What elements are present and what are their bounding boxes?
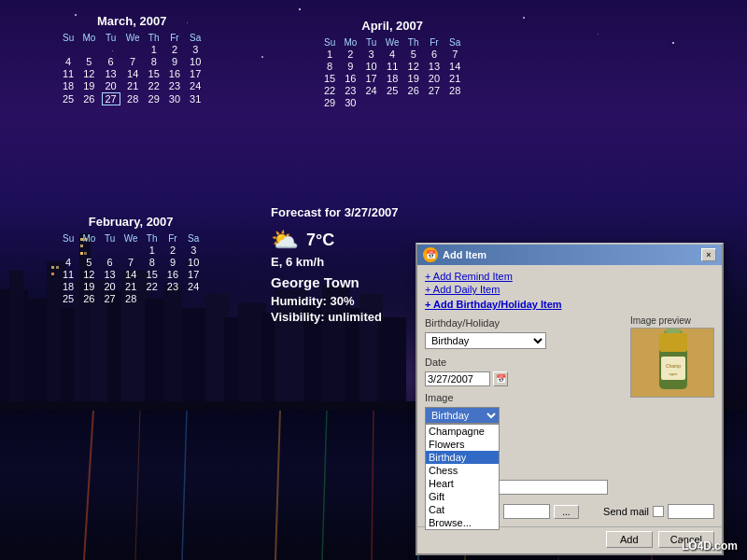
cal-day[interactable] — [446, 97, 463, 108]
cal-day[interactable]: 27 — [426, 85, 443, 96]
cal-day[interactable]: 1 — [146, 44, 162, 55]
cal-day[interactable]: 16 — [164, 269, 181, 280]
cal-day[interactable]: 30 — [342, 97, 359, 108]
cal-day[interactable]: 27 — [102, 293, 119, 304]
cal-day[interactable]: 7 — [446, 49, 463, 60]
cal-day[interactable]: 8 — [146, 56, 162, 67]
cal-day[interactable]: 25 — [60, 92, 77, 105]
cal-day[interactable]: 26 — [80, 92, 97, 105]
cal-day[interactable]: 19 — [405, 73, 422, 84]
cal-day[interactable]: 5 — [80, 56, 97, 67]
send-mail-input[interactable] — [668, 504, 714, 519]
cal-day[interactable]: 3 — [185, 245, 202, 256]
cal-day[interactable]: 17 — [363, 73, 380, 84]
cal-day[interactable] — [124, 44, 142, 55]
cal-day[interactable]: 24 — [363, 85, 380, 96]
cal-day[interactable]: 28 — [124, 92, 142, 105]
cal-day[interactable]: 25 — [384, 85, 402, 96]
cal-day[interactable]: 6 — [426, 49, 443, 60]
cal-day[interactable]: 1 — [144, 245, 161, 256]
cal-day[interactable]: 11 — [60, 68, 77, 79]
cal-day[interactable]: 4 — [60, 257, 77, 268]
cal-day[interactable]: 10 — [187, 56, 204, 67]
cal-day[interactable] — [80, 245, 97, 256]
cal-day[interactable]: 16 — [342, 73, 359, 84]
cal-day[interactable]: 20 — [426, 73, 443, 84]
cal-day[interactable]: 11 — [384, 61, 402, 72]
cal-day[interactable] — [144, 293, 161, 304]
cal-day[interactable]: 21 — [124, 80, 142, 91]
cal-day[interactable]: 24 — [185, 281, 202, 292]
cal-day[interactable]: 22 — [144, 281, 161, 292]
cal-day[interactable]: 30 — [166, 92, 183, 105]
cal-day[interactable]: 20 — [102, 281, 119, 292]
cal-day[interactable]: 31 — [187, 92, 204, 105]
cal-day[interactable]: 5 — [405, 49, 422, 60]
cal-day[interactable]: 11 — [60, 269, 77, 280]
cal-day[interactable]: 18 — [60, 80, 77, 91]
cal-day[interactable] — [384, 97, 402, 108]
cal-day[interactable]: 18 — [60, 281, 77, 292]
cal-day[interactable]: 25 — [60, 293, 77, 304]
cal-day[interactable]: 1 — [321, 49, 338, 60]
cal-day[interactable]: 7 — [124, 56, 142, 67]
img-option-birthday[interactable]: Birthday — [426, 451, 499, 464]
cal-day[interactable]: 9 — [164, 257, 181, 268]
run-program-input[interactable] — [503, 504, 550, 519]
cal-day[interactable] — [80, 44, 97, 55]
cal-day[interactable]: 19 — [80, 80, 97, 91]
cal-day[interactable]: 12 — [80, 269, 97, 280]
cal-day[interactable]: 21 — [122, 281, 140, 292]
cal-day[interactable]: 6 — [102, 257, 119, 268]
img-option-flowers[interactable]: Flowers — [426, 438, 499, 451]
cal-day[interactable]: 19 — [80, 281, 97, 292]
cal-day[interactable] — [102, 44, 120, 55]
cal-day[interactable]: 29 — [321, 97, 338, 108]
cal-day[interactable]: 4 — [384, 49, 402, 60]
image-select[interactable]: Birthday — [425, 407, 500, 424]
date-input[interactable] — [425, 371, 490, 386]
cal-day[interactable]: 21 — [446, 73, 463, 84]
cal-day[interactable]: 22 — [321, 85, 338, 96]
img-option-champagne[interactable]: Champagne — [426, 425, 499, 438]
cal-day[interactable]: 8 — [321, 61, 338, 72]
cal-day[interactable]: 8 — [144, 257, 161, 268]
add-button[interactable]: Add — [606, 531, 653, 548]
cal-day[interactable]: 13 — [102, 269, 119, 280]
cal-day[interactable]: 17 — [185, 269, 202, 280]
cal-day[interactable]: 15 — [144, 269, 161, 280]
cal-day[interactable]: 2 — [342, 49, 359, 60]
img-option-chess[interactable]: Chess — [426, 464, 499, 477]
cal-day[interactable]: 27 — [102, 92, 120, 105]
cal-day[interactable]: 23 — [342, 85, 359, 96]
cal-day[interactable]: 7 — [122, 257, 140, 268]
cal-day[interactable]: 14 — [124, 68, 142, 79]
cal-day[interactable]: 26 — [405, 85, 422, 96]
dialog-close-button[interactable]: × — [701, 248, 716, 261]
cal-day[interactable]: 18 — [384, 73, 402, 84]
cal-day[interactable]: 23 — [164, 281, 181, 292]
cal-day[interactable]: 10 — [363, 61, 380, 72]
cal-day[interactable]: 24 — [187, 80, 204, 91]
name-input[interactable] — [496, 480, 608, 495]
cal-day[interactable]: 9 — [342, 61, 359, 72]
cal-day[interactable]: 13 — [102, 68, 120, 79]
cal-day[interactable] — [426, 97, 443, 108]
cal-day[interactable]: 10 — [185, 257, 202, 268]
cal-day[interactable]: 16 — [166, 68, 183, 79]
add-birthday-link[interactable]: + Add Birthday/Holiday Item — [425, 299, 562, 310]
cal-day[interactable]: 17 — [187, 68, 204, 79]
cal-day[interactable]: 3 — [363, 49, 380, 60]
cal-day[interactable] — [60, 44, 77, 55]
cal-day[interactable] — [185, 293, 202, 304]
cal-day[interactable]: 9 — [166, 56, 183, 67]
add-remind-link[interactable]: + Add Remind Item — [425, 271, 714, 282]
cal-day[interactable]: 26 — [80, 293, 97, 304]
date-picker-button[interactable]: 📅 — [493, 371, 508, 386]
cal-day[interactable]: 3 — [187, 44, 204, 55]
cal-day[interactable]: 28 — [122, 293, 140, 304]
cal-day[interactable]: 15 — [321, 73, 338, 84]
img-option-gift[interactable]: Gift — [426, 490, 499, 503]
cal-day[interactable]: 14 — [446, 61, 463, 72]
cal-day[interactable]: 6 — [102, 56, 120, 67]
